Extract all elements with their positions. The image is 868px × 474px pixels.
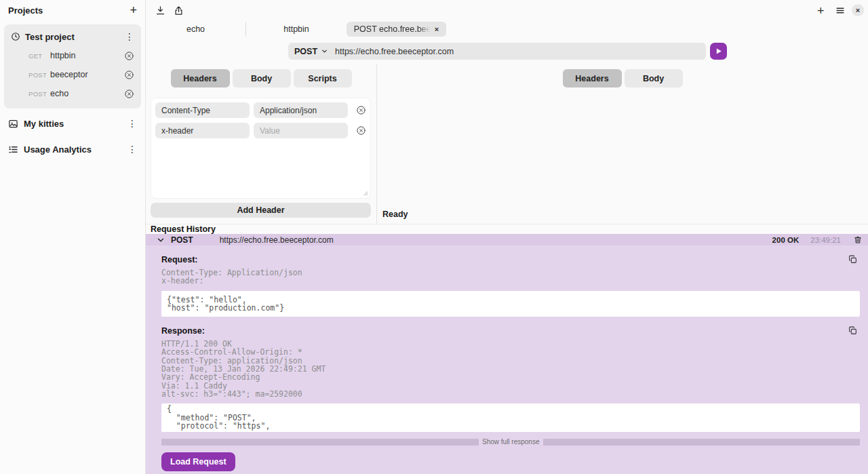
resize-grip-icon[interactable] (362, 190, 368, 196)
request-history-entry: POST https://echo.free.beeceptor.com 200… (146, 234, 868, 474)
request-method-badge: POST (28, 71, 49, 79)
project-menu-icon[interactable]: ⋮ (125, 32, 134, 41)
sidebar-item-beeceptor[interactable]: POST beeceptor (4, 65, 141, 84)
send-request-button[interactable] (710, 43, 727, 60)
header-value-input[interactable] (254, 102, 348, 118)
main-area: + × echo httpbin POST echo.free.beecept … (146, 0, 868, 474)
tab-headers[interactable]: Headers (563, 69, 622, 87)
copy-icon[interactable] (848, 326, 857, 335)
history-entry-body: Request: Content-Type: Application/json … (146, 255, 868, 471)
header-key-input[interactable] (155, 123, 250, 138)
sidebar: Projects + Test project ⋮ GET httpbin PO… (0, 0, 146, 474)
status-badge: 200 OK (772, 236, 800, 244)
sidebar-item-httpbin[interactable]: GET httpbin (4, 46, 141, 65)
sidebar-item-label: My kitties (24, 119, 64, 129)
menu-icon[interactable] (835, 6, 845, 15)
tab-post-echo-active[interactable]: POST echo.free.beecept × (347, 22, 446, 37)
sidebar-item-label: Usage Analytics (24, 144, 92, 155)
url-input[interactable] (328, 43, 706, 60)
request-method-badge: POST (28, 90, 49, 98)
play-icon (714, 47, 723, 56)
header-key-input[interactable] (155, 102, 250, 118)
sidebar-item-my-kitties[interactable]: My kitties ⋮ (0, 113, 145, 134)
request-history-title: Request History (151, 224, 216, 234)
response-section-label: Response: (161, 326, 205, 336)
history-url: https://echo.free.beeceptor.com (220, 235, 334, 245)
tab-label: POST echo.free.beecept (354, 24, 430, 34)
new-tab-icon[interactable]: + (817, 5, 825, 17)
numbered-list-icon (8, 144, 18, 155)
divider (161, 439, 479, 446)
show-full-response-link[interactable]: Show full response (482, 438, 540, 446)
request-panel-tabs: Headers Body Scripts (146, 69, 376, 87)
clock-icon (11, 32, 20, 41)
chevron-down-icon[interactable] (157, 236, 165, 244)
tab-httpbin[interactable]: httpbin (246, 22, 347, 37)
tab-bar: echo httpbin POST echo.free.beecept × (146, 22, 593, 37)
response-body-code: { "method": "POST", "protocol": "https", (161, 403, 860, 432)
sidebar-header: Projects + (0, 0, 145, 20)
add-project-icon[interactable]: + (130, 4, 137, 16)
header-row (155, 123, 366, 138)
request-method-badge: GET (28, 52, 49, 60)
close-window-icon[interactable]: × (852, 4, 864, 16)
image-icon (8, 119, 18, 129)
project-group: Test project ⋮ GET httpbin POST beecepto… (4, 24, 141, 108)
share-icon[interactable] (174, 5, 184, 16)
remove-header-icon[interactable] (356, 125, 366, 136)
request-name: echo (50, 89, 68, 98)
tab-scripts[interactable]: Scripts (294, 69, 352, 87)
projects-title: Projects (8, 5, 43, 16)
remove-request-icon[interactable] (124, 70, 134, 80)
header-row (155, 102, 366, 118)
sidebar-item-test-project[interactable]: Test project ⋮ (4, 27, 141, 46)
tab-label: echo (186, 24, 205, 34)
request-response-panels: Headers Body Scripts (146, 64, 868, 224)
copy-icon[interactable] (848, 255, 857, 264)
project-menu-icon[interactable]: ⋮ (127, 144, 137, 154)
request-bar: POST (146, 43, 868, 60)
sidebar-item-usage-analytics[interactable]: Usage Analytics ⋮ (0, 138, 145, 160)
response-panel: Headers Body Ready (376, 64, 868, 224)
add-header-button[interactable]: Add Header (151, 203, 371, 218)
project-menu-icon[interactable]: ⋮ (127, 119, 137, 128)
close-tab-icon[interactable]: × (435, 25, 439, 33)
tab-label: httpbin (283, 24, 309, 34)
request-name: beeceptor (50, 70, 88, 79)
tab-echo[interactable]: echo (146, 22, 246, 37)
request-body-code: {"test": "hello", "host": "production.co… (161, 291, 860, 317)
sidebar-item-echo[interactable]: POST echo (4, 84, 141, 103)
method-value: POST (294, 47, 317, 56)
download-icon[interactable] (155, 5, 165, 16)
history-timestamp: 23:49:21 (810, 236, 841, 244)
response-status-text: Ready (382, 210, 408, 219)
show-full-response-bar: Show full response (161, 438, 860, 446)
history-entry-header[interactable]: POST https://echo.free.beeceptor.com 200… (146, 234, 868, 245)
request-panel: Headers Body Scripts (146, 64, 376, 224)
remove-header-icon[interactable] (356, 105, 366, 115)
tab-headers[interactable]: Headers (171, 69, 230, 87)
response-panel-tabs: Headers Body (377, 69, 868, 87)
tab-body[interactable]: Body (625, 69, 683, 87)
response-headers-text: HTTP/1.1 200 OK Access-Control-Allow-Ori… (161, 340, 857, 398)
remove-request-icon[interactable] (124, 51, 134, 61)
project-name: Test project (25, 32, 75, 42)
trash-icon[interactable] (854, 235, 862, 244)
remove-request-icon[interactable] (124, 89, 134, 99)
request-headers-text: Content-Type: Application/json x-header: (161, 269, 857, 285)
load-request-button[interactable]: Load Request (161, 452, 235, 471)
header-value-input[interactable] (254, 123, 348, 138)
headers-editor (151, 98, 371, 199)
app-window: Projects + Test project ⋮ GET httpbin PO… (0, 0, 868, 474)
request-name: httpbin (50, 51, 76, 60)
history-method: POST (171, 235, 193, 245)
request-section-label: Request: (161, 255, 197, 264)
divider (543, 439, 861, 446)
tab-body[interactable]: Body (233, 69, 291, 87)
